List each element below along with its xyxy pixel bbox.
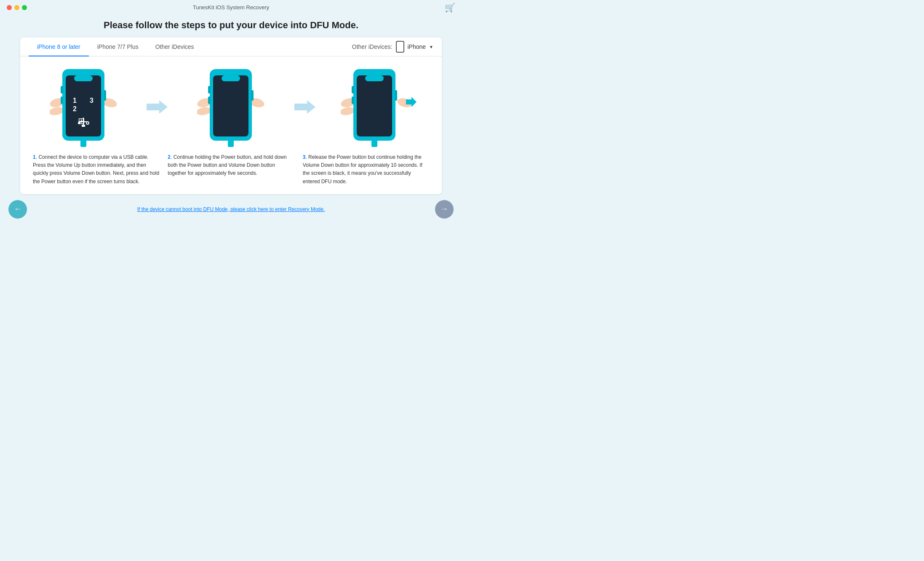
svg-rect-28 — [222, 75, 240, 81]
svg-rect-40 — [371, 139, 377, 147]
step-3-phone-illustration — [341, 65, 417, 149]
tab-bar: iPhone 8 or later iPhone 7/7 Plus Other … — [20, 37, 442, 56]
steps-text-row: 1. Connect the device to computer via a … — [20, 153, 442, 186]
step-2-visual — [180, 65, 281, 149]
step-1-text: 1. Connect the device to computer via a … — [29, 153, 163, 186]
step-2-text: 2. Continue holding the Power button, an… — [163, 153, 298, 178]
other-devices-selector: Other iDevices: iPhone ▼ — [352, 41, 433, 53]
svg-rect-9 — [80, 139, 86, 147]
svg-rect-35 — [352, 86, 354, 94]
window-controls — [7, 5, 27, 10]
svg-rect-6 — [104, 90, 106, 101]
back-button[interactable]: ← — [8, 200, 27, 219]
step-1-visual: 1 2 3 ⊞ — [33, 65, 134, 149]
svg-rect-36 — [352, 96, 354, 104]
title-bar: TunesKit iOS System Recovery 🛒 — [0, 0, 462, 15]
device-name-label: iPhone — [408, 43, 426, 50]
minimize-button[interactable] — [14, 5, 19, 10]
page-heading: Please follow the steps to put your devi… — [0, 15, 462, 37]
svg-rect-7 — [66, 75, 101, 136]
svg-rect-5 — [61, 96, 63, 104]
svg-rect-4 — [61, 86, 63, 94]
tab-iphone8[interactable]: iPhone 8 or later — [29, 37, 89, 56]
window-title: TunesKit iOS System Recovery — [193, 4, 270, 11]
svg-point-16 — [78, 122, 80, 124]
svg-rect-38 — [357, 75, 392, 136]
svg-rect-25 — [208, 96, 211, 104]
phone-icon — [396, 41, 404, 53]
svg-rect-39 — [365, 75, 384, 81]
step-3-text: 3. Release the Power button but continue… — [299, 153, 433, 186]
svg-rect-29 — [228, 139, 234, 147]
svg-rect-27 — [213, 75, 248, 136]
recovery-mode-link[interactable]: If the device cannot boot into DFU Mode,… — [27, 206, 435, 212]
cart-icon[interactable]: 🛒 — [445, 3, 455, 13]
svg-rect-37 — [395, 90, 397, 101]
svg-point-21 — [197, 106, 212, 116]
svg-point-1 — [50, 106, 64, 116]
step-2-phone-illustration — [197, 65, 264, 149]
svg-marker-30 — [294, 100, 315, 114]
arrow-2 — [294, 65, 315, 115]
dropdown-arrow-icon[interactable]: ▼ — [429, 45, 433, 49]
svg-rect-26 — [251, 90, 254, 101]
svg-text:1: 1 — [73, 97, 77, 104]
svg-point-32 — [341, 106, 355, 116]
svg-marker-19 — [147, 100, 168, 114]
svg-rect-8 — [74, 75, 93, 81]
other-devices-label: Other iDevices: — [352, 43, 393, 50]
step-3-visual — [328, 65, 429, 149]
arrow-1 — [147, 65, 168, 115]
close-button[interactable] — [7, 5, 12, 10]
svg-rect-24 — [208, 86, 211, 94]
svg-text:2: 2 — [73, 105, 77, 112]
bottom-navigation: ← If the device cannot boot into DFU Mod… — [0, 194, 462, 219]
svg-text:3: 3 — [90, 97, 93, 104]
step-1-phone-illustration: 1 2 3 ⊞ — [50, 65, 117, 149]
tab-iphone7[interactable]: iPhone 7/7 Plus — [89, 37, 147, 56]
tab-other-idevices[interactable]: Other iDevices — [147, 37, 203, 56]
steps-visual: 1 2 3 ⊞ — [20, 56, 442, 153]
next-button[interactable]: → — [435, 200, 454, 219]
content-box: iPhone 8 or later iPhone 7/7 Plus Other … — [20, 37, 442, 194]
svg-rect-18 — [82, 125, 85, 127]
maximize-button[interactable] — [22, 5, 27, 10]
